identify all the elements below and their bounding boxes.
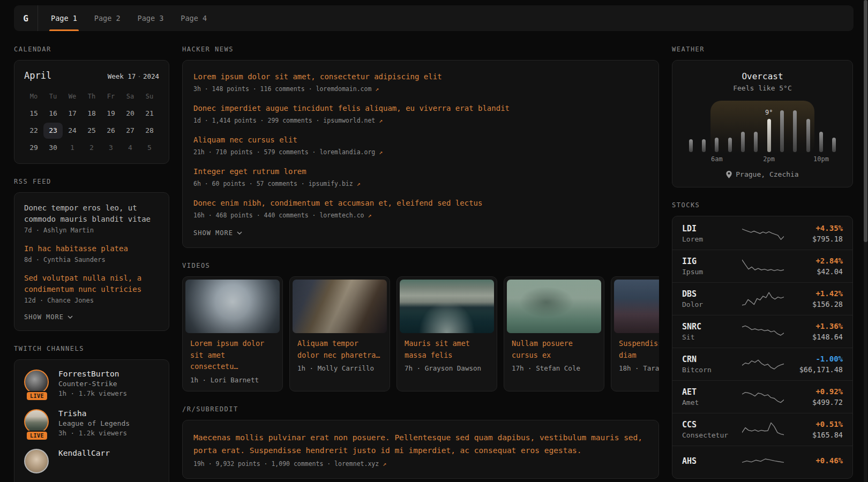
rss-item-title[interactable]: In hac habitasse platea <box>24 243 159 254</box>
stock-row[interactable]: AHS +0.46% <box>672 446 852 477</box>
rss-show-more-button[interactable]: SHOW MORE <box>24 313 159 321</box>
stock-price: $795.18 <box>812 235 843 243</box>
tab-label: Page 4 <box>181 14 207 22</box>
stock-id: SNRC Sit <box>682 322 742 341</box>
stock-change: +0.51% <box>812 420 843 428</box>
weather-chart: 9° 6am2pm10pm <box>684 101 841 165</box>
tab-page-4[interactable]: Page 4 <box>172 5 215 31</box>
hn-show-more-button[interactable]: SHOW MORE <box>193 229 648 237</box>
day-header: Fr <box>101 88 121 104</box>
external-link-icon: ↗ <box>379 117 383 124</box>
day-header: We <box>63 88 82 104</box>
tab-page-1[interactable]: Page 1 <box>42 5 86 31</box>
weather-bar <box>715 138 719 152</box>
stock-change: -1.00% <box>799 355 843 363</box>
channel-info: KendallCarr <box>58 449 110 473</box>
day-header: Su <box>140 88 159 104</box>
avatar-wrap <box>24 449 50 473</box>
post-title[interactable]: Maecenas mollis pulvinar erat non posuer… <box>193 431 648 457</box>
hn-item-meta: 6h · 60 points · 57 comments · ipsumify.… <box>193 180 648 187</box>
stocks-section: STOCKS LDI Lorem +4.35% $795.18 <box>672 201 853 479</box>
channel-game: League of Legends <box>58 419 130 427</box>
weather-bar-column <box>814 132 827 152</box>
video-card[interactable]: Nullam posuere cursus ex 17h · Stefan Co… <box>504 276 604 391</box>
video-meta: 17h · Stefan Cole <box>512 364 596 372</box>
scrollbar-thumb[interactable] <box>864 0 867 242</box>
stock-row[interactable]: AET Amet +0.92% $499.72 <box>672 380 852 413</box>
video-card[interactable]: Mauris sit amet massa felis 7h · Grayson… <box>396 276 497 391</box>
stock-row[interactable]: LDI Lorem +4.35% $795.18 <box>672 217 852 250</box>
video-card[interactable]: Lorem ipsum dolor sit amet consectetu… 1… <box>182 276 283 391</box>
external-link-icon: ↗ <box>357 180 361 187</box>
hn-item-title[interactable]: Aliquam nec cursus elit <box>193 134 648 146</box>
hn-meta-text: 6h · 60 points · 57 comments · ipsumify.… <box>193 180 353 187</box>
stock-row[interactable]: CRN Bitcorn -1.00% $66,171.48 <box>672 348 852 380</box>
hn-item-title[interactable]: Integer eget rutrum lorem <box>193 166 648 177</box>
twitch-channel[interactable]: LIVE Trisha League of Legends 3h · 1.2k … <box>24 409 159 437</box>
calendar-day: 27 <box>121 123 140 139</box>
weather-bar <box>780 110 784 152</box>
calendar-day: 26 <box>101 123 121 139</box>
video-text: Nullam posuere cursus ex 17h · Stefan Co… <box>507 333 601 376</box>
rss-section: RSS FEED Donec tempor eros leo, ut commo… <box>14 178 169 331</box>
stock-id: AET Amet <box>682 387 742 406</box>
weather-bar <box>832 138 836 152</box>
channel-name: ForrestBurton <box>58 370 127 378</box>
channel-name: KendallCarr <box>58 449 110 457</box>
twitch-channel[interactable]: LIVE ForrestBurton Counter-Strike 1h · 1… <box>24 370 159 397</box>
stock-row[interactable]: CCS Consectetur +0.51% $165.84 <box>672 413 852 446</box>
weather-bar-column <box>710 138 723 152</box>
stock-price: $148.64 <box>812 333 843 341</box>
weather-bar-column: 9° <box>762 109 775 152</box>
avatar-wrap: LIVE <box>24 409 50 437</box>
hn-item-meta: 21h · 710 points · 579 comments · loreml… <box>193 148 648 156</box>
video-title: Mauris sit amet massa felis <box>405 338 489 361</box>
subreddit-section: /R/SUBREDDIT Maecenas mollis pulvinar er… <box>182 405 659 479</box>
rss-card: Donec tempor eros leo, ut commodo mauris… <box>14 192 169 331</box>
calendar-grid: Mo Tu We Th Fr Sa Su 15 16 17 18 19 20 2… <box>24 88 159 156</box>
stock-ticker: CRN <box>682 355 742 364</box>
weather-bar-column <box>684 139 697 152</box>
stock-row[interactable]: DBS Dolor +1.42% $156.28 <box>672 282 852 315</box>
calendar-year: 2024 <box>143 72 159 80</box>
twitch-channel[interactable]: KendallCarr <box>24 449 159 473</box>
calendar-day: 20 <box>121 106 140 122</box>
calendar-day: 18 <box>82 106 101 122</box>
calendar-day: 16 <box>43 106 63 122</box>
video-title: Nullam posuere cursus ex <box>512 338 596 361</box>
stock-row[interactable]: SNRC Sit +1.36% $148.64 <box>672 315 852 348</box>
tab-page-2[interactable]: Page 2 <box>86 5 129 31</box>
hn-meta-text: 3h · 148 points · 116 comments · loremdo… <box>193 85 371 93</box>
top-nav-bar: G Page 1 Page 2 Page 3 Page 4 <box>14 5 854 31</box>
hn-item-title[interactable]: Donec enim nibh, condimentum et accumsan… <box>193 198 648 209</box>
hn-item-title[interactable]: Donec imperdiet augue tincidunt felis al… <box>193 103 648 114</box>
video-card[interactable]: Aliquam tempor dolor nec pharetra… 1h · … <box>289 276 390 391</box>
hn-item: Donec imperdiet augue tincidunt felis al… <box>193 103 648 124</box>
stock-row[interactable]: IIG Ipsum +2.84% $42.04 <box>672 250 852 282</box>
hn-item-title[interactable]: Lorem ipsum dolor sit amet, consectetur … <box>193 71 648 82</box>
stock-values: +2.84% $42.04 <box>815 257 843 276</box>
rss-item-title[interactable]: Donec tempor eros leo, ut commodo mauris… <box>24 202 159 225</box>
stock-id: CRN Bitcorn <box>682 355 742 374</box>
stock-name: Sit <box>682 333 742 341</box>
stock-sparkline <box>742 388 784 406</box>
stock-ticker: AHS <box>682 456 742 466</box>
show-more-label: SHOW MORE <box>24 313 64 321</box>
calendar-day: 15 <box>24 106 43 122</box>
videos-section-label: VIDEOS <box>182 262 659 269</box>
twitch-card: LIVE ForrestBurton Counter-Strike 1h · 1… <box>14 359 169 482</box>
rss-item-title[interactable]: Sed volutpat nulla nisl, a condimentum n… <box>24 273 159 295</box>
hackernews-card: Lorem ipsum dolor sit amet, consectetur … <box>182 60 659 248</box>
video-card[interactable]: Suspendisse diam 18h · Tara <box>611 276 659 391</box>
stock-change: +2.84% <box>815 257 843 265</box>
day-header: Mo <box>24 88 43 104</box>
app-logo: G <box>14 5 38 31</box>
weather-bar-column <box>802 119 814 152</box>
weather-bar-column <box>789 110 802 152</box>
live-badge: LIVE <box>26 431 48 441</box>
current-temp-label: 9° <box>765 109 773 116</box>
stock-price: $156.28 <box>812 300 843 308</box>
tab-page-3[interactable]: Page 3 <box>129 5 173 31</box>
weather-location-row: Prague, Czechia <box>682 170 843 178</box>
scrollbar[interactable] <box>864 0 867 482</box>
